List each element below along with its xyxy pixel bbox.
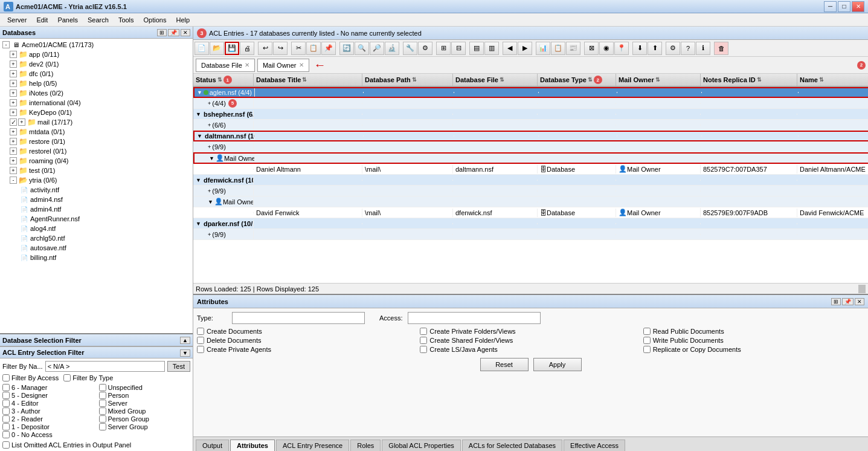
panel-undock-btn[interactable]: ⊞ (157, 29, 167, 36)
expand-bshepher[interactable]: ▼ (196, 111, 201, 117)
attr-type-select[interactable] (232, 312, 365, 324)
expand-aglen-sub[interactable]: + (208, 100, 211, 106)
tree-item-admin4ntf[interactable]: 📄 admin4.ntf (0, 204, 193, 214)
grid-row-daltmann-sub[interactable]: + (9/9) (193, 141, 868, 152)
cb-create-private-folders[interactable]: Create Private Folders/Views (420, 328, 641, 335)
tree-expand-test[interactable]: + (10, 167, 17, 174)
apply-button[interactable]: Apply (533, 358, 582, 371)
menu-server[interactable]: Server (2, 15, 31, 25)
sort-icon-mailowner[interactable]: ⇅ (655, 77, 660, 83)
tb-sort-btn[interactable]: ⚙ (418, 42, 432, 55)
tb-next-btn[interactable]: ▶ (518, 42, 532, 55)
cb-author[interactable] (2, 407, 10, 415)
tab-attributes[interactable]: Attributes (230, 440, 275, 451)
panel-pin-btn[interactable]: 📌 (168, 29, 179, 36)
tb-pin-btn[interactable]: 📍 (614, 42, 629, 55)
grid-row-dparker-sub[interactable]: + (9/9) (193, 229, 868, 240)
cb-read-public-input[interactable] (643, 328, 651, 335)
tree-expand-dev2[interactable]: + (10, 60, 17, 68)
cb-create-ls-agents-input[interactable] (420, 346, 427, 353)
minimize-button[interactable]: ─ (824, 1, 837, 12)
tb-redo-btn[interactable]: ↪ (273, 42, 288, 55)
cb-create-private-folders-input[interactable] (420, 328, 427, 335)
filter-test-btn[interactable]: Test (167, 361, 190, 372)
cb-create-shared-folders[interactable]: Create Shared Folder/Views (420, 337, 641, 344)
cb-replicate[interactable]: Replicate or Copy Documents (643, 346, 864, 353)
expand-daltmann[interactable]: ▼ (197, 133, 202, 139)
tb-open-btn[interactable]: 📂 (210, 42, 224, 55)
sort-icon-dbtype[interactable]: ⇅ (588, 77, 593, 83)
tb-scan3-btn[interactable]: 🔬 (385, 42, 399, 55)
sort-icon-dbtitle[interactable]: ⇅ (302, 77, 307, 83)
tree-item-roaming[interactable]: + 📁 roaming (0/4) (0, 156, 193, 166)
tree-item-activity[interactable]: 📄 activity.ntf (0, 185, 193, 195)
cb-reader[interactable] (2, 415, 10, 423)
cb-server-group[interactable] (99, 423, 106, 430)
filter-type-label[interactable]: Filter By Type (63, 374, 113, 381)
grid-row-aglen[interactable]: ▼ aglen.nsf (4/4) (193, 87, 868, 98)
sort-icon-dbfile[interactable]: ⇅ (500, 77, 504, 83)
tab-effective-access[interactable]: Effective Access (564, 440, 625, 451)
maximize-button[interactable]: □ (838, 1, 850, 12)
cb-manager[interactable] (2, 384, 10, 391)
grid-row-daltmann[interactable]: ▼ daltmann.nsf (10/10) (193, 131, 868, 141)
col-header-status[interactable]: Status ⇅ 1 (193, 74, 254, 86)
tb-refresh-btn[interactable]: 🔄 (339, 42, 354, 55)
grid-row-dfenwick-mailowner[interactable]: ▼ 👤 Mail Owner (1/1) (193, 196, 868, 207)
cb-delete-docs[interactable]: Delete Documents (197, 337, 418, 344)
grid-row-dfenwick[interactable]: ▼ dfenwick.nsf (10/10) (193, 175, 868, 186)
tree-item-autosave[interactable]: 📄 autosave.ntf (0, 243, 193, 253)
tb-settings-btn[interactable]: ⚙ (666, 42, 680, 55)
tb-layout-btn[interactable]: ⊠ (584, 42, 599, 55)
tb-detail-btn[interactable]: 📰 (566, 42, 580, 55)
cb-unspecified[interactable] (99, 384, 106, 391)
cb-depositor[interactable] (2, 423, 10, 430)
db-filter-header[interactable]: Database Selection Filter ▲ (0, 334, 193, 346)
menu-panels[interactable]: Panels (53, 15, 83, 25)
filter-name-input[interactable] (45, 361, 165, 372)
expand-dfenwick[interactable]: ▼ (196, 177, 201, 183)
tb-view-btn[interactable]: ◉ (599, 42, 614, 55)
cb-create-docs-input[interactable] (197, 328, 204, 335)
menu-tools[interactable]: Tools (114, 15, 139, 25)
scroll-right[interactable] (858, 285, 866, 293)
attr-close-btn[interactable]: ✕ (855, 298, 864, 305)
filter-tab-dbfile-close[interactable]: ✕ (245, 62, 249, 68)
tree-item-help[interactable]: + 📁 help (0/5) (0, 79, 193, 88)
tree-expand-root[interactable]: - (2, 41, 10, 48)
col-header-dbpath[interactable]: Database Path ⇅ (362, 74, 453, 86)
tree-expand-ytria[interactable]: - (10, 177, 17, 184)
tree-item-billing[interactable]: 📄 billing.ntf (0, 253, 193, 262)
tb-prev-btn[interactable]: ◀ (503, 42, 517, 55)
acl-entry-filter-header[interactable]: ACL Entry Selection Filter ▼ (0, 346, 193, 359)
tb-list-btn[interactable]: 📋 (551, 42, 565, 55)
cb-create-private-agents-input[interactable] (197, 346, 204, 353)
tb-scan2-btn[interactable]: 🔎 (370, 42, 384, 55)
tree-item-mtdata[interactable]: + 📁 mtdata (0/1) (0, 127, 193, 137)
menu-options[interactable]: Options (139, 15, 172, 25)
tb-info-btn[interactable]: ℹ (696, 42, 710, 55)
grid-row-dfenwick-data[interactable]: David Fenwick \mail\ dfenwick.nsf 🗄 Data… (193, 207, 868, 218)
tree-expand-app[interactable]: + (10, 51, 17, 58)
tab-acl-entry-presence[interactable]: ACL Entry Presence (276, 440, 349, 451)
tb-save-btn[interactable]: 💾 (225, 42, 239, 55)
cb-write-public-input[interactable] (643, 337, 651, 344)
cb-write-public[interactable]: Write Public Documents (643, 337, 864, 344)
tree-expand-restorel[interactable]: + (10, 148, 17, 155)
tb-print-btn[interactable]: 🖨 (240, 42, 254, 55)
sort-icon-dbpath[interactable]: ⇅ (412, 77, 417, 83)
acl-filter-expand-btn[interactable]: ▼ (180, 349, 190, 357)
filter-tab-mailowner-close[interactable]: ✕ (299, 62, 304, 68)
expand-daltmann-mailowner[interactable]: ▼ (209, 155, 214, 161)
tab-acls-selected[interactable]: ACLs for Selected Databases (462, 440, 562, 451)
menu-help[interactable]: Help (171, 15, 194, 25)
tb-delete-btn[interactable]: 🗑 (714, 42, 728, 55)
tree-item-inotes[interactable]: + 📁 iNotes (0/2) (0, 88, 193, 98)
tb-expand-btn[interactable]: ⊞ (436, 42, 451, 55)
tb-chart-btn[interactable]: 📊 (536, 42, 550, 55)
tb-filter-btn[interactable]: 🔧 (403, 42, 417, 55)
tree-expand-dfc[interactable]: + (10, 70, 17, 77)
col-header-dbtitle[interactable]: Database Title ⇅ (254, 74, 362, 86)
tb-export-btn[interactable]: ⬆ (648, 42, 662, 55)
tb-ungroup-btn[interactable]: ▥ (484, 42, 499, 55)
